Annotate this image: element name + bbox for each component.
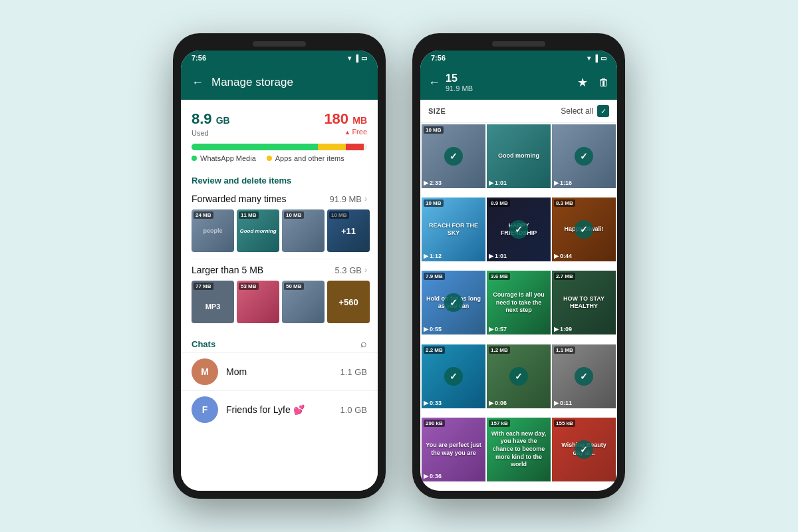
select-all-checkbox[interactable]: ✓	[597, 105, 609, 117]
media-app-bar: ← 15 91.9 MB ★ 🗑	[420, 65, 617, 100]
used-storage: 8.9 GB Used	[192, 110, 230, 137]
free-warning: Free	[324, 128, 367, 136]
media-text-3: REACH FOR THE SKY	[422, 198, 485, 261]
star-button[interactable]: ★	[577, 75, 588, 90]
media-cell-13[interactable]: 157 kBWith each new day, you have the ch…	[487, 418, 551, 481]
review-header: Review and delete items	[181, 168, 378, 188]
media-cell-14[interactable]: 155 kBWishing Beauty day al...✓	[552, 418, 616, 481]
media-cell-11[interactable]: 1.1 MB✓▶ 0:11	[552, 344, 616, 408]
video-icon-12: ▶	[424, 473, 428, 479]
thumb-3: 10 MB	[282, 209, 325, 252]
battery-icon-r: ▭	[600, 55, 606, 62]
media-cell-6[interactable]: 7.9 MBHold on for as long as you can✓▶ 0…	[422, 271, 485, 334]
video-icon-11: ▶	[554, 400, 559, 406]
chevron-icon-2: ›	[364, 265, 367, 275]
media-duration-10: ▶ 0:06	[489, 400, 507, 406]
back-button-left[interactable]: ←	[192, 76, 203, 90]
media-cell-8[interactable]: 2.7 MBHOW TO STAY HEALTHY▶ 1:09	[552, 271, 616, 334]
media-check-9: ✓	[444, 367, 463, 386]
chat-row-mom[interactable]: M Mom 1.1 GB	[181, 352, 378, 390]
media-duration-5: ▶ 0:44	[554, 253, 572, 259]
storage-legend: WhatsApp Media Apps and other items	[192, 154, 367, 162]
media-duration-12: ▶ 0:36	[424, 473, 442, 479]
video-icon-5: ▶	[554, 253, 559, 259]
media-count: 15	[446, 72, 572, 84]
app-bar-left: ← Manage storage	[181, 65, 378, 100]
content-left: 8.9 GB Used 180 MB Free	[181, 100, 378, 491]
larger-thumb-1: 77 MB MP3	[192, 281, 234, 323]
media-check-11: ✓	[575, 367, 593, 386]
media-cell-0[interactable]: 10 MB✓▶ 2:33	[422, 124, 485, 188]
media-total-size: 91.9 MB	[446, 84, 572, 92]
size-filter-label[interactable]: SIZE	[428, 107, 446, 115]
media-text-12: You are perfect just the way you are	[422, 418, 485, 481]
free-storage: 180 MB Free	[324, 110, 367, 136]
media-cell-9[interactable]: 2.2 MB✓▶ 0:33	[422, 344, 485, 408]
video-icon-0: ▶	[424, 180, 428, 186]
status-bar-left: 7:56 ▾ ▐ ▭	[181, 51, 378, 65]
free-amount: 180 MB	[324, 110, 367, 128]
media-cell-1[interactable]: Good morning▶ 1:01	[487, 124, 551, 188]
chat-size-mom: 1.1 GB	[340, 367, 367, 377]
media-duration-8: ▶ 1:09	[554, 326, 572, 332]
progress-apps	[318, 144, 346, 150]
back-button-right[interactable]: ←	[428, 76, 440, 90]
legend-dot-apps	[267, 156, 272, 161]
media-app-bar-info: 15 91.9 MB	[446, 72, 572, 92]
used-amount: 8.9 GB	[192, 110, 230, 128]
media-size-badge-9: 2.2 MB	[424, 346, 445, 354]
media-duration-4: ▶ 1:01	[489, 253, 507, 259]
delete-button[interactable]: 🗑	[598, 76, 609, 88]
media-text-1: Good morning	[487, 124, 551, 188]
media-cell-12[interactable]: 290 kBYou are perfect just the way you a…	[422, 418, 485, 481]
chevron-icon: ›	[364, 194, 367, 203]
signal-icon: ▐	[354, 55, 358, 62]
phone-right: 7:56 ▾ ▐ ▭ ← 15 91.9 MB ★ 🗑 SIZE Select …	[412, 33, 625, 499]
search-icon[interactable]: ⌕	[360, 338, 367, 350]
progress-whatsapp	[192, 144, 318, 150]
battery-icon: ▭	[361, 55, 367, 62]
chats-header: Chats ⌕	[181, 330, 378, 352]
media-duration-11: ▶ 0:11	[554, 400, 572, 406]
chat-size-friends: 1.0 GB	[340, 405, 367, 415]
thumb-2: 11 MB Good morning	[237, 209, 279, 252]
media-cell-10[interactable]: 1.2 MB✓▶ 0:06	[487, 344, 551, 408]
media-cell-4[interactable]: 8.9 MBHAPPY FRIENDSHIP✓▶ 1:01	[487, 198, 551, 261]
media-size-badge-11: 1.1 MB	[554, 346, 575, 354]
forwarded-row[interactable]: Forwarded many times 91.9 MB ›	[181, 188, 378, 209]
media-actions: ★ 🗑	[577, 75, 609, 90]
phone-left: 7:56 ▾ ▐ ▭ ← Manage storage 8.9 GB	[173, 33, 386, 499]
wifi-icon-r: ▾	[587, 55, 591, 62]
legend-apps: Apps and other items	[267, 154, 344, 162]
media-check-6: ✓	[444, 293, 463, 312]
media-check-10: ✓	[509, 367, 528, 386]
media-duration-9: ▶ 0:33	[424, 400, 442, 406]
phone-screen-left: 7:56 ▾ ▐ ▭ ← Manage storage 8.9 GB	[181, 51, 378, 491]
signal-icon-r: ▐	[593, 55, 598, 62]
media-grid: 10 MB✓▶ 2:33Good morning▶ 1:01✓▶ 1:1610 …	[420, 123, 617, 491]
video-icon-9: ▶	[424, 400, 428, 406]
media-cell-3[interactable]: 10 MBREACH FOR THE SKY▶ 1:12	[422, 198, 485, 261]
status-time-right: 7:56	[431, 54, 446, 62]
select-all-row[interactable]: Select all ✓	[561, 105, 609, 117]
media-cell-2[interactable]: ✓▶ 1:16	[552, 124, 616, 188]
video-icon-4: ▶	[489, 253, 493, 259]
chat-row-friends[interactable]: F Friends for Lyfe 💕 1.0 GB	[181, 390, 378, 428]
larger-thumbs: 77 MB MP3 53 MB 50 MB +560	[181, 281, 378, 330]
legend-whatsapp: WhatsApp Media	[192, 154, 256, 162]
avatar-friends: F	[192, 396, 218, 423]
storage-progress-bar	[192, 144, 367, 150]
media-text-8: HOW TO STAY HEALTHY	[552, 271, 616, 334]
phone-screen-right: 7:56 ▾ ▐ ▭ ← 15 91.9 MB ★ 🗑 SIZE Select …	[420, 51, 617, 491]
media-text-7: Courage is all you need to take the next…	[487, 271, 551, 334]
larger-more-overlay: +560	[327, 281, 370, 323]
media-check-5: ✓	[575, 220, 593, 239]
media-check-4: ✓	[509, 220, 528, 239]
media-cell-5[interactable]: 8.3 MBHappy Diwali!✓▶ 0:44	[552, 198, 616, 261]
media-cell-7[interactable]: 3.6 MBCourage is all you need to take th…	[487, 271, 551, 334]
forwarded-thumbs: 24 MB people 11 MB Good morning 10 MB 10…	[181, 209, 378, 259]
video-icon-8: ▶	[554, 326, 559, 332]
status-bar-right: 7:56 ▾ ▐ ▭	[420, 51, 617, 65]
larger-row[interactable]: Larger than 5 MB 5.3 GB ›	[181, 259, 378, 281]
size-filter-bar: SIZE Select all ✓	[420, 100, 617, 123]
